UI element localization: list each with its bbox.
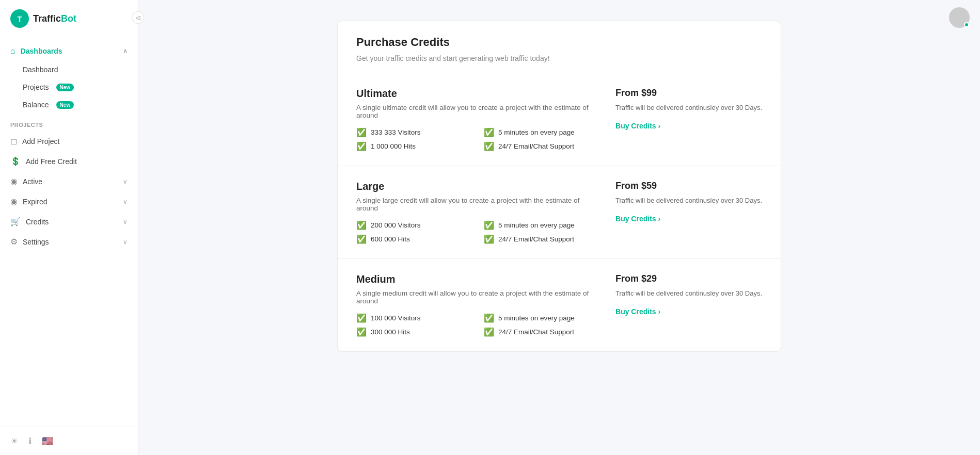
feature-item: ✅ 24/7 Email/Chat Support <box>484 327 599 337</box>
plan-name: Medium <box>356 273 599 285</box>
plan-delivery: Traffic will be delivered continusley ov… <box>615 103 762 113</box>
app-name: TrafficBot <box>33 13 76 24</box>
sidebar-item-add-project[interactable]: ◻ Add Project <box>0 131 138 151</box>
plan-name: Ultimate <box>356 88 599 100</box>
plan-name: Large <box>356 181 599 192</box>
settings-icon: ⚙ <box>10 237 18 247</box>
feature-label: 5 minutes on every page <box>498 314 575 322</box>
plan-right-large: From $59 Traffic will be delivered conti… <box>615 181 762 244</box>
check-icon: ✅ <box>484 327 494 337</box>
plan-features: ✅ 333 333 Visitors ✅ 5 minutes on every … <box>356 127 599 151</box>
plan-features: ✅ 100 000 Visitors ✅ 5 minutes on every … <box>356 313 599 337</box>
sidebar-item-add-free-credit[interactable]: 💲 Add Free Credit <box>0 151 138 171</box>
sun-icon[interactable]: ☀ <box>10 436 18 447</box>
feature-label: 200 000 Visitors <box>371 221 421 229</box>
dollar-icon: 💲 <box>10 156 21 166</box>
check-icon: ✅ <box>484 127 494 137</box>
plan-price: From $59 <box>615 181 762 191</box>
plans-list: Ultimate A single ultimate credit will a… <box>338 73 781 351</box>
document-icon: ◻ <box>10 136 17 146</box>
sidebar-item-dashboards[interactable]: ⌂ Dashboards ∧ <box>0 41 138 61</box>
plan-price: From $99 <box>615 88 762 99</box>
sidebar-item-active[interactable]: ◉ Active ∨ <box>0 171 138 191</box>
chevron-down-icon: ∨ <box>123 238 128 246</box>
plan-card-ultimate: Ultimate A single ultimate credit will a… <box>338 73 781 166</box>
check-icon: ✅ <box>356 220 367 230</box>
sidebar-item-dashboard[interactable]: Dashboard <box>0 61 138 78</box>
plan-left-large: Large A single large credit will allow y… <box>356 181 599 244</box>
language-flag-icon[interactable]: 🇺🇸 <box>42 435 53 447</box>
circle-icon: ◉ <box>10 197 18 206</box>
user-avatar-container <box>949 7 970 28</box>
feature-label: 333 333 Visitors <box>371 128 421 136</box>
main-content: Purchase Credits Get your traffic credit… <box>138 0 980 455</box>
online-status-dot <box>964 22 969 27</box>
buy-credits-link[interactable]: Buy Credits › <box>615 215 660 223</box>
sidebar-header: T TrafficBot ◁ <box>0 0 138 37</box>
feature-item: ✅ 5 minutes on every page <box>484 220 599 230</box>
info-icon[interactable]: ℹ <box>28 436 31 447</box>
plan-delivery: Traffic will be delivered continusley ov… <box>615 288 762 299</box>
balance-label: Balance <box>23 101 49 109</box>
feature-label: 5 minutes on every page <box>498 221 575 229</box>
page-header: Purchase Credits Get your traffic credit… <box>338 21 781 73</box>
collapse-button[interactable]: ◁ <box>132 11 144 24</box>
page-subtitle: Get your traffic credits and start gener… <box>356 54 762 62</box>
chevron-down-icon: ∨ <box>123 198 128 205</box>
feature-item: ✅ 600 000 Hits <box>356 234 471 244</box>
feature-label: 24/7 Email/Chat Support <box>498 328 574 336</box>
check-icon: ✅ <box>356 327 367 337</box>
feature-item: ✅ 5 minutes on every page <box>484 313 599 323</box>
sidebar-item-expired[interactable]: ◉ Expired ∨ <box>0 191 138 212</box>
feature-item: ✅ 200 000 Visitors <box>356 220 471 230</box>
feature-label: 24/7 Email/Chat Support <box>498 235 574 243</box>
page-title: Purchase Credits <box>356 36 762 49</box>
arrow-icon: › <box>658 307 661 316</box>
sidebar-item-credits[interactable]: 🛒 Credits ∨ <box>0 212 138 232</box>
feature-item: ✅ 5 minutes on every page <box>484 127 599 137</box>
chevron-up-icon: ∧ <box>123 47 128 55</box>
plan-features: ✅ 200 000 Visitors ✅ 5 minutes on every … <box>356 220 599 244</box>
sidebar-item-settings[interactable]: ⚙ Settings ∨ <box>0 232 138 252</box>
sidebar: T TrafficBot ◁ ⌂ Dashboards ∧ Dashboard … <box>0 0 138 455</box>
feature-item: ✅ 1 000 000 Hits <box>356 141 471 151</box>
feature-label: 1 000 000 Hits <box>371 142 416 150</box>
check-icon: ✅ <box>356 141 367 151</box>
play-icon: ◉ <box>10 176 18 186</box>
plan-delivery: Traffic will be delivered continusley ov… <box>615 196 762 206</box>
buy-credits-label: Buy Credits <box>615 307 656 316</box>
projects-label: Projects <box>23 83 49 91</box>
chevron-down-icon: ∨ <box>123 218 128 225</box>
sidebar-dashboards-label: Dashboards <box>21 47 62 55</box>
projects-section-label: PROJECTS <box>0 113 138 131</box>
credits-label: Credits <box>26 218 49 226</box>
feature-item: ✅ 333 333 Visitors <box>356 127 471 137</box>
check-icon: ✅ <box>356 234 367 244</box>
arrow-icon: › <box>658 215 661 223</box>
dashboard-label: Dashboard <box>23 66 58 74</box>
feature-item: ✅ 100 000 Visitors <box>356 313 471 323</box>
feature-label: 600 000 Hits <box>371 235 410 243</box>
check-icon: ✅ <box>484 141 494 151</box>
plan-description: A single ultimate credit will allow you … <box>356 104 599 119</box>
check-icon: ✅ <box>356 313 367 323</box>
feature-label: 5 minutes on every page <box>498 128 575 136</box>
basket-icon: 🛒 <box>10 217 21 226</box>
settings-label: Settings <box>23 238 49 246</box>
buy-credits-link[interactable]: Buy Credits › <box>615 122 660 130</box>
sidebar-item-projects[interactable]: Projects New <box>0 78 138 96</box>
plan-right-medium: From $29 Traffic will be delivered conti… <box>615 273 762 337</box>
plan-left-ultimate: Ultimate A single ultimate credit will a… <box>356 88 599 151</box>
buy-credits-link[interactable]: Buy Credits › <box>615 307 660 316</box>
sidebar-footer: ☀ ℹ 🇺🇸 <box>0 427 138 455</box>
feature-label: 100 000 Visitors <box>371 314 421 322</box>
plan-description: A single medium credit will allow you to… <box>356 289 599 305</box>
avatar[interactable] <box>949 7 970 28</box>
sidebar-nav: ⌂ Dashboards ∧ Dashboard Projects New Ba… <box>0 37 138 427</box>
sidebar-item-balance[interactable]: Balance New <box>0 96 138 113</box>
feature-item: ✅ 300 000 Hits <box>356 327 471 337</box>
purchase-credits-card: Purchase Credits Get your traffic credit… <box>337 21 781 352</box>
expired-label: Expired <box>23 198 47 206</box>
plan-description: A single large credit will allow you to … <box>356 197 599 212</box>
check-icon: ✅ <box>484 313 494 323</box>
